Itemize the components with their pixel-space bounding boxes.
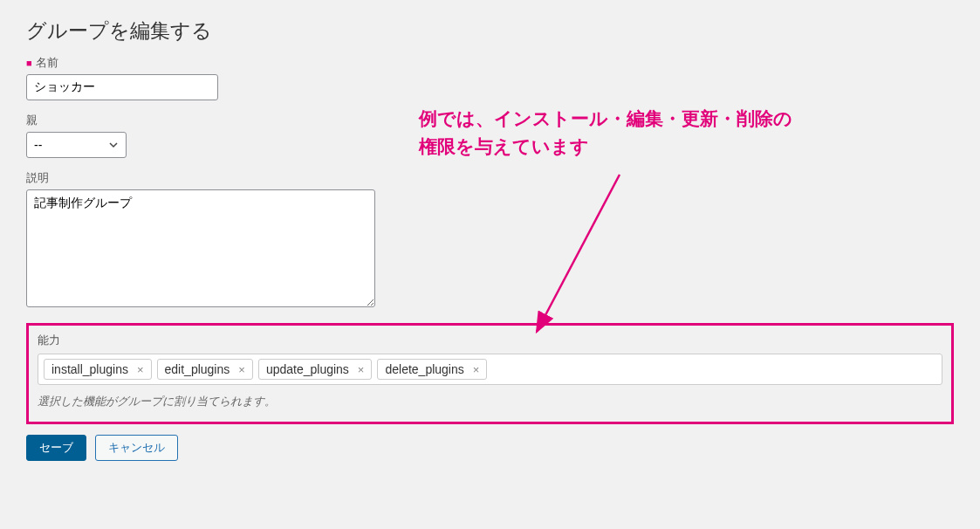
page-title: グループを編集する — [26, 17, 954, 45]
description-textarea[interactable]: 記事制作グループ — [26, 189, 375, 307]
required-marker-icon: ■ — [26, 58, 32, 68]
name-label-text: 名前 — [36, 55, 58, 71]
capability-tag: install_plugins × — [44, 359, 152, 380]
cancel-button[interactable]: キャンセル — [95, 435, 178, 461]
capabilities-helper-text: 選択した機能がグループに割り当てられます。 — [38, 394, 942, 409]
capabilities-label: 能力 — [38, 333, 942, 348]
name-input[interactable] — [26, 74, 218, 100]
tag-remove-icon[interactable]: × — [354, 364, 368, 375]
parent-field-row: 親 -- — [26, 113, 954, 158]
parent-select[interactable]: -- — [26, 132, 127, 158]
description-label-text: 説明 — [26, 170, 49, 186]
parent-label-text: 親 — [26, 113, 38, 128]
capability-tag: edit_plugins × — [157, 359, 253, 380]
save-button[interactable]: セーブ — [26, 435, 86, 461]
capabilities-section: 能力 install_plugins × edit_plugins × upda… — [26, 323, 954, 424]
tag-remove-icon[interactable]: × — [235, 364, 249, 375]
capability-tag-label: update_plugins — [266, 362, 349, 376]
description-label: 説明 — [26, 170, 954, 186]
capability-tag: update_plugins × — [258, 359, 373, 380]
capability-tag-label: install_plugins — [51, 362, 128, 376]
button-row: セーブ キャンセル — [26, 435, 954, 461]
tag-remove-icon[interactable]: × — [469, 364, 483, 375]
description-field-row: 説明 記事制作グループ — [26, 170, 954, 311]
tag-remove-icon[interactable]: × — [134, 364, 147, 375]
name-field-row: ■ 名前 — [26, 55, 954, 100]
capability-tag: delete_plugins × — [377, 359, 487, 380]
parent-label: 親 — [26, 113, 954, 128]
capabilities-tag-container[interactable]: install_plugins × edit_plugins × update_… — [38, 354, 942, 385]
capability-tag-label: edit_plugins — [165, 362, 230, 376]
name-label: ■ 名前 — [26, 55, 954, 71]
capability-tag-label: delete_plugins — [385, 362, 463, 376]
